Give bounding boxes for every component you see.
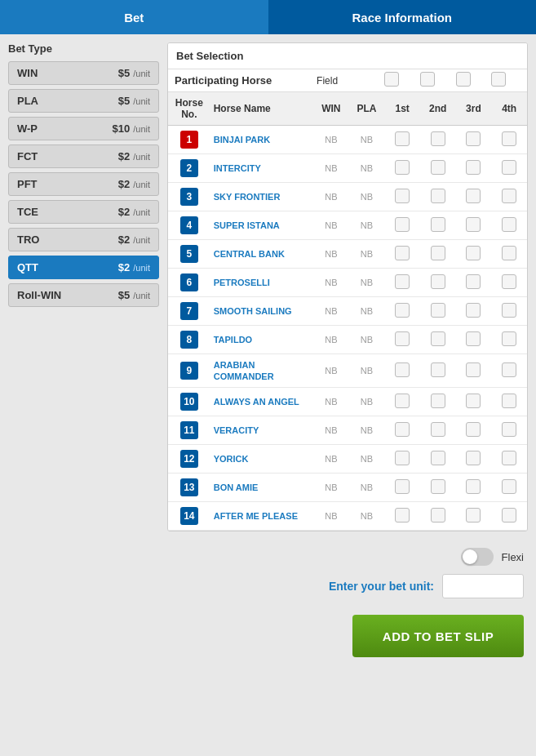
horse-3rd-checkbox[interactable] [466,479,481,494]
field-checkbox-3[interactable] [456,72,471,87]
horse-3rd-cell[interactable] [456,502,492,531]
bet-unit-input[interactable] [442,574,524,598]
bet-type-item-pft[interactable]: PFT $2 /unit [8,172,159,196]
horse-2nd-checkbox[interactable] [431,274,445,289]
horse-4th-cell[interactable] [491,269,527,297]
horse-3rd-cell[interactable] [456,416,492,445]
horse-2nd-checkbox[interactable] [431,422,445,437]
horse-2nd-checkbox[interactable] [431,303,445,318]
horse-2nd-cell[interactable] [420,502,456,531]
horse-2nd-cell[interactable] [420,326,456,354]
horse-2nd-checkbox[interactable] [431,362,445,377]
bet-type-item-qtt[interactable]: QTT $2 /unit [8,256,159,279]
horse-4th-cell[interactable] [491,297,527,326]
horse-4th-checkbox[interactable] [502,217,516,232]
horse-1st-checkbox[interactable] [395,189,410,203]
horse-4th-checkbox[interactable] [502,508,516,523]
horse-2nd-checkbox[interactable] [431,331,445,346]
horse-3rd-cell[interactable] [456,126,492,154]
horse-3rd-cell[interactable] [456,445,492,474]
horse-3rd-checkbox[interactable] [466,160,481,175]
horse-3rd-checkbox[interactable] [466,131,481,146]
horse-2nd-cell[interactable] [420,388,456,416]
horse-2nd-checkbox[interactable] [431,131,445,146]
horse-3rd-checkbox[interactable] [466,189,481,203]
horse-1st-cell[interactable] [384,354,420,388]
horse-1st-checkbox[interactable] [395,246,410,260]
horse-2nd-checkbox[interactable] [431,451,445,465]
bet-type-item-tro[interactable]: TRO $2 /unit [8,228,159,251]
horse-4th-checkbox[interactable] [502,479,516,494]
horse-3rd-checkbox[interactable] [466,274,481,289]
horse-1st-cell[interactable] [384,297,420,326]
tab-race-information[interactable]: Race Information [268,0,537,34]
horse-1st-cell[interactable] [384,326,420,354]
horse-2nd-cell[interactable] [420,474,456,502]
horse-4th-checkbox[interactable] [502,274,516,289]
horse-4th-cell[interactable] [491,211,527,240]
horse-1st-cell[interactable] [384,502,420,531]
horse-4th-cell[interactable] [491,502,527,531]
horse-1st-checkbox[interactable] [395,331,410,346]
horse-3rd-cell[interactable] [456,240,492,269]
horse-3rd-cell[interactable] [456,211,492,240]
horse-2nd-checkbox[interactable] [431,394,445,408]
horse-4th-checkbox[interactable] [502,189,516,203]
horse-2nd-cell[interactable] [420,416,456,445]
horse-1st-checkbox[interactable] [395,160,410,175]
horse-1st-checkbox[interactable] [395,508,410,523]
horse-3rd-checkbox[interactable] [466,246,481,260]
horse-2nd-cell[interactable] [420,297,456,326]
field-checkbox-1[interactable] [384,72,399,87]
horse-4th-cell[interactable] [491,474,527,502]
horse-2nd-cell[interactable] [420,211,456,240]
horse-1st-checkbox[interactable] [395,217,410,232]
horse-3rd-cell[interactable] [456,474,492,502]
horse-4th-cell[interactable] [491,240,527,269]
horse-3rd-checkbox[interactable] [466,422,481,437]
field-checkbox-4[interactable] [491,72,506,87]
horse-2nd-checkbox[interactable] [431,508,445,523]
horse-4th-checkbox[interactable] [502,451,516,465]
horse-1st-cell[interactable] [384,388,420,416]
horse-4th-checkbox[interactable] [502,422,516,437]
horse-2nd-checkbox[interactable] [431,479,445,494]
horse-2nd-checkbox[interactable] [431,160,445,175]
horse-4th-cell[interactable] [491,326,527,354]
horse-4th-cell[interactable] [491,126,527,154]
bet-type-item-fct[interactable]: FCT $2 /unit [8,145,159,168]
horse-3rd-cell[interactable] [456,269,492,297]
horse-1st-cell[interactable] [384,126,420,154]
horse-4th-cell[interactable] [491,388,527,416]
horse-2nd-checkbox[interactable] [431,217,445,232]
horse-1st-checkbox[interactable] [395,394,410,408]
horse-1st-checkbox[interactable] [395,131,410,146]
horse-3rd-checkbox[interactable] [466,217,481,232]
horse-4th-checkbox[interactable] [502,331,516,346]
horse-3rd-cell[interactable] [456,297,492,326]
horse-3rd-cell[interactable] [456,326,492,354]
horse-2nd-cell[interactable] [420,154,456,183]
horse-2nd-cell[interactable] [420,269,456,297]
bet-type-item-pla[interactable]: PLA $5 /unit [8,89,159,113]
horse-2nd-cell[interactable] [420,126,456,154]
horse-3rd-checkbox[interactable] [466,331,481,346]
horse-1st-cell[interactable] [384,240,420,269]
horse-2nd-cell[interactable] [420,183,456,211]
horse-1st-cell[interactable] [384,183,420,211]
horse-4th-checkbox[interactable] [502,246,516,260]
bet-type-item-w-p[interactable]: W-P $10 /unit [8,117,159,140]
horse-3rd-checkbox[interactable] [466,508,481,523]
horse-3rd-checkbox[interactable] [466,303,481,318]
field-checkbox-2[interactable] [420,72,435,87]
bet-type-item-roll-win[interactable]: Roll-WIN $5 /unit [8,283,159,307]
horse-1st-checkbox[interactable] [395,422,410,437]
horse-1st-checkbox[interactable] [395,451,410,465]
bet-type-item-win[interactable]: WIN $5 /unit [8,61,159,85]
horse-3rd-checkbox[interactable] [466,451,481,465]
horse-1st-cell[interactable] [384,445,420,474]
horse-4th-checkbox[interactable] [502,362,516,377]
horse-2nd-checkbox[interactable] [431,246,445,260]
tab-bet[interactable]: Bet [0,0,268,34]
add-to-bet-slip-button[interactable]: ADD TO BET SLIP [352,615,524,657]
